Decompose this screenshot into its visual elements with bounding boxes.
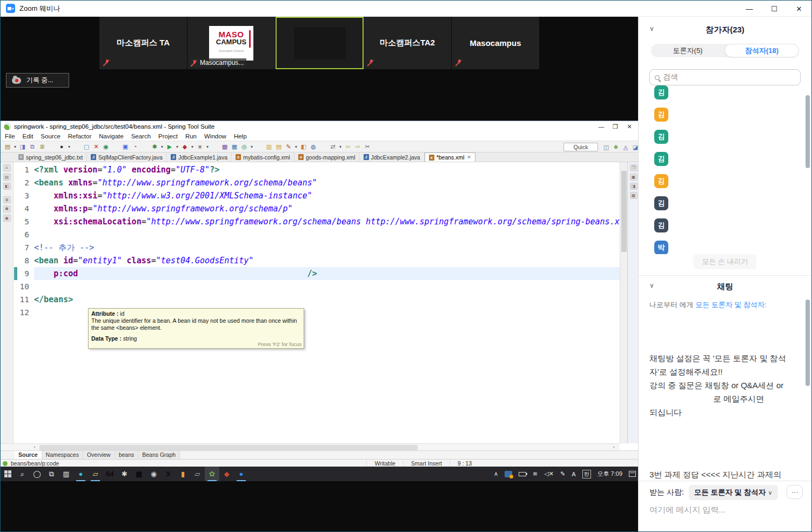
editor-tab[interactable]: x *beans.xml ✕ — [425, 152, 476, 162]
sts-restore-button[interactable]: ❐ — [608, 121, 622, 132]
toolbar-icon[interactable]: ◆ — [180, 142, 189, 151]
editor-horizontal-scrollbar[interactable]: ‹ › — [1, 443, 620, 450]
rail-icon[interactable]: ▦ — [630, 192, 637, 199]
toolbar-icon[interactable]: ▾ — [190, 142, 194, 151]
toolbar-icon[interactable]: ▣ — [121, 142, 130, 151]
close-button[interactable]: ✕ — [787, 1, 811, 17]
editor-tab[interactable]: x mybatis-config.xml — [232, 152, 294, 162]
taskbar-icon[interactable]: ● — [234, 467, 249, 481]
video-tile-selected[interactable] — [276, 17, 364, 69]
toolbar-icon[interactable]: ✂ — [363, 142, 372, 151]
toolbar-icon[interactable]: ⇄ — [328, 142, 337, 151]
toolbar-icon[interactable] — [140, 142, 149, 151]
scrollbar-thumb[interactable] — [806, 300, 810, 386]
collapse-chevron-icon[interactable]: ∨ — [649, 282, 654, 289]
menu-item[interactable]: Navigate — [99, 133, 123, 139]
battery-icon[interactable] — [519, 472, 526, 476]
editor-tab[interactable]: J SqlMapClientFactory.java — [87, 152, 167, 162]
taskbar-icon[interactable]: ◉ — [146, 467, 161, 481]
toolbar-icon[interactable]: ◉ — [102, 142, 110, 151]
toolbar-icon[interactable]: ▾ — [205, 142, 210, 151]
taskbar-icon[interactable]: ▱ — [88, 467, 103, 481]
toolbar-icon[interactable]: ▾ — [338, 142, 343, 151]
rail-icon[interactable]: ▤ — [3, 174, 11, 181]
menu-item[interactable]: Search — [131, 133, 151, 139]
toolbar-icon[interactable]: ✕ — [92, 142, 100, 151]
toolbar-icon[interactable]: ▤ — [3, 142, 12, 151]
tray-chevron-icon[interactable]: ∧ — [494, 470, 498, 477]
perspective-icon[interactable]: ◬ — [621, 143, 630, 151]
ime-latin-indicator[interactable]: A — [572, 471, 575, 477]
rail-icon[interactable]: ❐ — [630, 164, 637, 171]
taskbar-icon[interactable]: 64 — [103, 467, 117, 481]
video-tile[interactable]: 마소캠퍼스 TA — [99, 17, 187, 69]
rail-icon[interactable]: ◉ — [3, 215, 11, 222]
participant-row[interactable]: 김 — [654, 218, 806, 232]
taskbar-icon[interactable]: ▮ — [176, 467, 190, 481]
editor-tab[interactable]: x goods-mapping.xml — [294, 152, 360, 162]
rail-icon[interactable]: ◧ — [3, 183, 11, 190]
participant-row[interactable]: 김 — [654, 196, 806, 210]
perspective-icon[interactable]: ❖ — [612, 143, 620, 151]
participant-row[interactable]: 박 — [654, 241, 806, 254]
toolbar-icon[interactable]: ▾ — [67, 142, 71, 151]
toolbar-icon[interactable]: ⧉ — [28, 142, 37, 151]
editor-tab[interactable]: ≡ spring_step06_jdbc.txt — [15, 152, 87, 162]
speaker-muted-icon[interactable]: ◁✕ — [544, 470, 554, 477]
taskbar-icon[interactable]: ● — [73, 467, 88, 481]
bottom-tab[interactable]: beans — [115, 451, 139, 459]
toolbar-icon[interactable]: ⇨ — [353, 142, 362, 151]
pen-icon[interactable]: ✎ — [560, 470, 565, 477]
toolbar-icon[interactable]: ✎ — [284, 142, 293, 151]
rail-icon[interactable]: ◨ — [630, 183, 637, 190]
participant-search-input[interactable]: 검색 — [649, 69, 801, 85]
toolbar-icon[interactable]: ▾ — [294, 142, 298, 151]
scrollbar-thumb[interactable] — [806, 95, 810, 168]
taskbar-icon[interactable]: ◯ — [30, 467, 44, 481]
lower-all-hands-button[interactable]: 모든 손 내리기 — [693, 254, 756, 269]
scrollbar-thumb[interactable] — [621, 171, 627, 252]
toolbar-icon[interactable]: ▾ — [13, 142, 17, 151]
sts-minimize-button[interactable]: — — [594, 121, 608, 132]
participant-row[interactable]: 김 — [654, 174, 806, 188]
scrollbar-thumb[interactable] — [39, 445, 418, 450]
toolbar-icon[interactable]: ✱ — [150, 142, 159, 151]
toolbar-icon[interactable]: ◎ — [240, 142, 249, 151]
chat-message-input[interactable]: 여기에 메시지 입력... — [649, 505, 726, 515]
toolbar-icon[interactable]: ■ — [196, 142, 204, 151]
rail-icon[interactable]: ▣ — [630, 174, 637, 181]
taskbar-icon[interactable]: ▦ — [132, 467, 146, 481]
toolbar-icon[interactable]: ⇦ — [344, 142, 352, 151]
toolbar-icon[interactable] — [111, 142, 120, 151]
bottom-tab[interactable]: Namespaces — [42, 451, 83, 459]
minimize-button[interactable]: — — [737, 1, 762, 17]
toolbar-icon[interactable] — [255, 142, 264, 151]
maximize-button[interactable]: ☐ — [762, 1, 787, 17]
taskbar-icon[interactable]: ▱ — [190, 467, 205, 481]
participants-scrollbar[interactable] — [806, 95, 810, 257]
taskbar-icon[interactable]: ◆ — [219, 467, 234, 481]
collapse-chevron-icon[interactable]: ∨ — [649, 25, 654, 32]
perspective-icon[interactable]: ◫ — [602, 143, 610, 151]
toolbar-icon[interactable]: ◔ — [131, 142, 139, 151]
tab-attendees[interactable]: 참석자(18) — [724, 44, 799, 57]
toolbar-icon[interactable]: ▥ — [265, 142, 273, 151]
toolbar-icon[interactable]: ◨ — [18, 142, 27, 151]
clock[interactable]: 오후 7:09 — [598, 470, 622, 478]
rail-icon[interactable]: ≣ — [3, 196, 11, 203]
menu-item[interactable]: Project — [158, 133, 178, 139]
ime-korean-indicator[interactable]: 한 — [582, 470, 591, 478]
recording-indicator[interactable]: 기록 중... — [6, 73, 69, 88]
taskbar-icon[interactable]: X — [161, 467, 176, 481]
menu-item[interactable]: Refactor — [68, 133, 91, 139]
toolbar-icon[interactable]: ▶ — [165, 142, 174, 151]
tray-app-icon[interactable] — [505, 471, 512, 477]
menu-item[interactable]: Help — [234, 133, 247, 139]
xml-editor[interactable]: ≡ ▤ ◧ ≣ ✽ ◉ 1<?xml version="1.0" encodin… — [1, 162, 639, 443]
taskbar-icon[interactable]: ✿ — [205, 467, 219, 481]
editor-tab[interactable]: J JdbcExample1.java — [167, 152, 232, 162]
taskbar-icon[interactable]: ✱ — [117, 467, 132, 481]
toolbar-icon[interactable] — [48, 142, 56, 151]
code-panel[interactable]: 1<?xml version="1.0" encoding="UTF-8"?>2… — [14, 162, 620, 443]
toolbar-icon[interactable]: ▩ — [220, 142, 229, 151]
